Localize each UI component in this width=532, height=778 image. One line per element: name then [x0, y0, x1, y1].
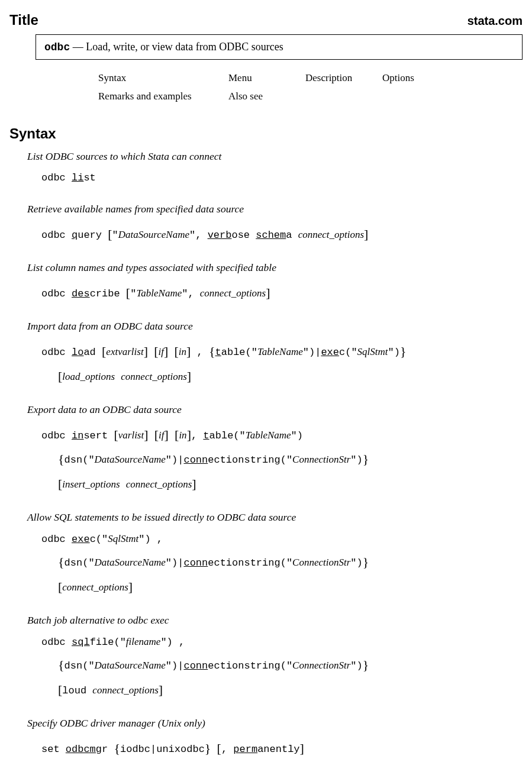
desc-odbcmgr: Specify ODBC driver manager (Unix only) — [27, 717, 523, 729]
code-odbcmgr: set odbcmgr {iodbc|unixodbc} [, permanen… — [41, 735, 523, 760]
syntax-entry-query: Retrieve available names from specified … — [27, 203, 523, 246]
code-query: odbc query ["DataSourceName", verbose sc… — [41, 221, 523, 246]
desc-query: Retrieve available names from specified … — [27, 203, 523, 215]
syntax-entry-exec: Allow SQL statements to be issued direct… — [27, 511, 523, 599]
nav-remarks[interactable]: Remarks and examples — [98, 88, 228, 106]
code-load: odbc load [extvarlist] [if] [in] , {tabl… — [41, 338, 523, 388]
title-desc: Load, write, or view data from ODBC sour… — [86, 41, 283, 53]
desc-insert: Export data to an ODBC data source — [27, 403, 523, 416]
code-sqlfile: odbc sqlfile("filename") , {dsn("DataSou… — [41, 632, 523, 702]
desc-describe: List column names and types associated w… — [27, 262, 523, 274]
code-list: odbc list — [41, 169, 523, 188]
code-describe: odbc describe ["TableName", connect_opti… — [41, 280, 523, 305]
title-sep: — — [70, 41, 86, 53]
code-exec: odbc exec("SqlStmt") , {dsn("DataSourceN… — [41, 530, 523, 599]
nav-options[interactable]: Options — [382, 69, 441, 88]
desc-list: List ODBC sources to which Stata can con… — [27, 150, 523, 163]
code-insert: odbc insert [varlist] [if] [in], table("… — [41, 422, 523, 496]
syntax-entry-list: List ODBC sources to which Stata can con… — [27, 150, 523, 188]
nav-description[interactable]: Description — [305, 69, 382, 88]
desc-load: Import data from an ODBC data source — [27, 320, 523, 332]
title-heading: Title — [9, 12, 38, 28]
section-heading-syntax: Syntax — [9, 125, 523, 142]
syntax-entry-describe: List column names and types associated w… — [27, 262, 523, 305]
syntax-entry-insert: Export data to an ODBC data source odbc … — [27, 403, 523, 496]
syntax-entry-load: Import data from an ODBC data source odb… — [27, 320, 523, 388]
nav-menu[interactable]: Menu — [228, 69, 305, 88]
nav-syntax[interactable]: Syntax — [98, 69, 228, 88]
nav-alsosee[interactable]: Also see — [228, 88, 305, 106]
title-command: odbc — [44, 41, 70, 53]
desc-sqlfile: Batch job alternative to odbc exec — [27, 614, 523, 627]
nav-links: Syntax Menu Description Options Remarks … — [98, 69, 523, 105]
title-box: odbc — Load, write, or view data from OD… — [36, 34, 523, 60]
syntax-entry-sqlfile: Batch job alternative to odbc exec odbc … — [27, 614, 523, 702]
syntax-entry-odbcmgr: Specify ODBC driver manager (Unix only) … — [27, 717, 523, 760]
site-link[interactable]: stata.com — [467, 14, 523, 28]
desc-exec: Allow SQL statements to be issued direct… — [27, 511, 523, 524]
